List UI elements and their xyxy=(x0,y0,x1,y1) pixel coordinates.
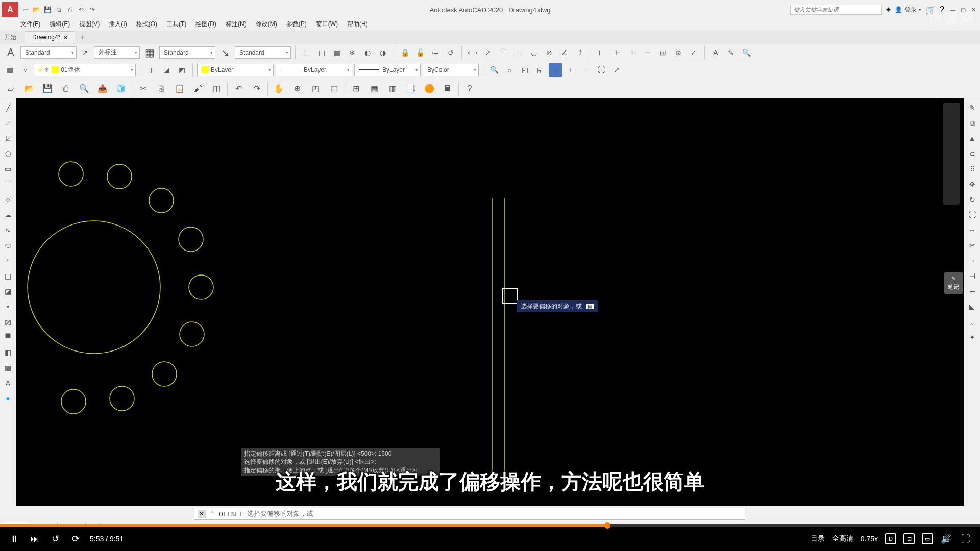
extend-icon[interactable]: → xyxy=(966,255,978,267)
menu-draw[interactable]: 绘图(D) xyxy=(195,20,216,29)
spline-icon[interactable]: ∿ xyxy=(2,224,14,236)
user-login[interactable]: 👤登录▾ xyxy=(895,6,921,14)
ellipse-icon[interactable]: ⬭ xyxy=(2,239,14,252)
dim-break-icon[interactable]: ⊣ xyxy=(641,46,654,59)
spell-icon[interactable]: ✎ xyxy=(724,46,738,59)
drawing-canvas[interactable]: 选择要偏移的对象，或▤ 指定偏移距离或 [通过(T)/删除(E)/图层(L)] … xyxy=(16,98,964,506)
fillet-icon[interactable]: ◟ xyxy=(966,316,978,328)
mtext-icon[interactable]: A xyxy=(2,377,14,389)
new-tab-button[interactable]: + xyxy=(75,31,90,44)
linetype-combo[interactable]: ByLayer xyxy=(276,64,352,76)
quality-button[interactable]: 全高清 xyxy=(832,534,853,543)
calc-icon[interactable]: 🖩 xyxy=(440,81,455,96)
help2-icon[interactable]: ? xyxy=(462,81,477,96)
3dprint-icon[interactable]: 🧊 xyxy=(113,81,129,96)
menu-help[interactable]: 帮助(H) xyxy=(347,20,368,29)
trim-icon[interactable]: ✂ xyxy=(966,239,978,252)
gradient-icon[interactable]: ▀ xyxy=(2,331,14,343)
publish-icon[interactable]: 📤 xyxy=(95,81,110,96)
zoom-center-icon[interactable]: ◱ xyxy=(533,63,547,77)
scale-icon[interactable]: ⛶ xyxy=(966,209,978,221)
polygon-icon[interactable]: ⬠ xyxy=(2,147,14,160)
new-icon[interactable]: ▱ xyxy=(20,5,30,14)
layer-on-icon[interactable]: ◑ xyxy=(376,46,389,59)
layer-lock-icon[interactable]: 🔒 xyxy=(398,46,411,59)
block-create-icon[interactable]: ◪ xyxy=(160,63,173,77)
catalog-button[interactable]: 目录 xyxy=(811,534,825,543)
redo-icon[interactable]: ↷ xyxy=(88,5,97,14)
find-icon[interactable]: 🔍 xyxy=(740,46,753,59)
circle-icon[interactable]: ○ xyxy=(2,193,14,206)
markup-icon[interactable]: 🟠 xyxy=(422,81,437,96)
zoom-prev-icon[interactable]: ◱ xyxy=(326,81,341,96)
table-icon[interactable]: ▦ xyxy=(2,362,14,374)
dim-aligned-icon[interactable]: ⤢ xyxy=(481,46,495,59)
menu-parametric[interactable]: 参数(P) xyxy=(286,20,307,29)
replay-icon[interactable]: ↺ xyxy=(49,533,61,545)
revcloud-icon[interactable]: ☁ xyxy=(2,209,14,221)
copy2-icon[interactable]: ⧉ xyxy=(966,117,978,129)
pip-button[interactable]: ⊡ xyxy=(903,533,915,544)
block-edit-icon[interactable]: ◩ xyxy=(175,63,188,77)
dim-diameter-icon[interactable]: ⊘ xyxy=(543,46,556,59)
zoom-all-icon[interactable]: ⛶ xyxy=(595,63,608,77)
pause-button[interactable]: ⏸ xyxy=(8,533,20,545)
cmdline-history-icon[interactable]: ⌃ xyxy=(210,510,215,517)
menu-modify[interactable]: 修改(M) xyxy=(256,20,277,29)
layer-unlock-icon[interactable]: 🔓 xyxy=(413,46,427,59)
save-icon[interactable]: 💾 xyxy=(43,5,52,14)
design-center-icon[interactable]: ▦ xyxy=(366,81,382,96)
menu-view[interactable]: 视图(V) xyxy=(79,20,100,29)
zoom-in-icon[interactable]: + xyxy=(564,63,577,77)
table-style-icon[interactable]: ▦ xyxy=(142,45,157,60)
app-logo[interactable]: A xyxy=(2,2,18,17)
break-icon[interactable]: ⊣ xyxy=(966,270,978,282)
pan-icon[interactable]: ✋ xyxy=(271,81,286,96)
close-tab-icon[interactable]: ✕ xyxy=(63,35,67,40)
text-style-combo[interactable]: Standard xyxy=(20,46,77,59)
subtitle-button[interactable]: D xyxy=(885,533,896,544)
text-edit-icon[interactable]: A xyxy=(709,46,722,59)
rotate-icon[interactable]: ↻ xyxy=(966,193,978,206)
explode-icon[interactable]: ✦ xyxy=(966,331,978,343)
open-icon[interactable]: 📂 xyxy=(32,5,41,14)
menu-dimension[interactable]: 标注(N) xyxy=(226,20,247,29)
lineweight-combo[interactable]: ByLayer xyxy=(354,64,421,76)
color-combo[interactable]: ByLayer xyxy=(197,64,274,76)
dim-radius-icon[interactable]: ◡ xyxy=(527,46,541,59)
menu-insert[interactable]: 插入(I) xyxy=(109,20,127,29)
dim-center-icon[interactable]: ⊕ xyxy=(672,46,685,59)
menu-edit[interactable]: 编辑(E) xyxy=(50,20,70,29)
plot-icon[interactable]: ⎙ xyxy=(65,5,75,14)
plotstyle-combo[interactable]: ByColor xyxy=(423,64,479,76)
loop-icon[interactable]: ⟳ xyxy=(69,533,82,545)
zoom-rt-icon[interactable]: ⊕ xyxy=(289,81,305,96)
zoom-win-icon[interactable]: ◰ xyxy=(308,81,323,96)
sheet-set-icon[interactable]: 📑 xyxy=(403,81,419,96)
layer-prev-icon[interactable]: ↺ xyxy=(444,46,457,59)
properties-icon[interactable]: ⊞ xyxy=(348,81,363,96)
new-file-icon[interactable]: ▱ xyxy=(3,81,18,96)
line-icon[interactable]: ╱ xyxy=(2,102,14,114)
undo-icon[interactable]: ↶ xyxy=(77,5,86,14)
dim-jogged-icon[interactable]: ⤴ xyxy=(573,46,586,59)
saveas-icon[interactable]: ⧉ xyxy=(54,5,63,14)
menu-file[interactable]: 文件(F) xyxy=(20,20,40,29)
viewcube[interactable] xyxy=(943,103,960,205)
copy-icon[interactable]: ⎘ xyxy=(154,81,169,96)
move-icon[interactable]: ✥ xyxy=(966,178,978,190)
layer-prop-icon[interactable]: ▥ xyxy=(300,46,313,59)
hatch-icon[interactable]: ▨ xyxy=(2,316,14,328)
undo2-icon[interactable]: ↶ xyxy=(231,81,246,96)
addselected-icon[interactable]: ● xyxy=(2,392,14,405)
theater-button[interactable]: ▭ xyxy=(922,533,933,544)
zoom-out-icon[interactable]: − xyxy=(579,63,593,77)
ellipse-arc-icon[interactable]: ◜ xyxy=(2,255,14,267)
pline-icon[interactable]: ⟀ xyxy=(2,132,14,144)
dim-icon[interactable]: ↗ xyxy=(79,46,92,59)
zoom-object-icon[interactable]: ◲ xyxy=(549,63,562,77)
preview-icon[interactable]: 🔍 xyxy=(77,81,92,96)
array-icon[interactable]: ⠿ xyxy=(966,163,978,175)
dim-ordinate-icon[interactable]: ⟂ xyxy=(512,46,525,59)
plot-file-icon[interactable]: ⎙ xyxy=(58,81,74,96)
